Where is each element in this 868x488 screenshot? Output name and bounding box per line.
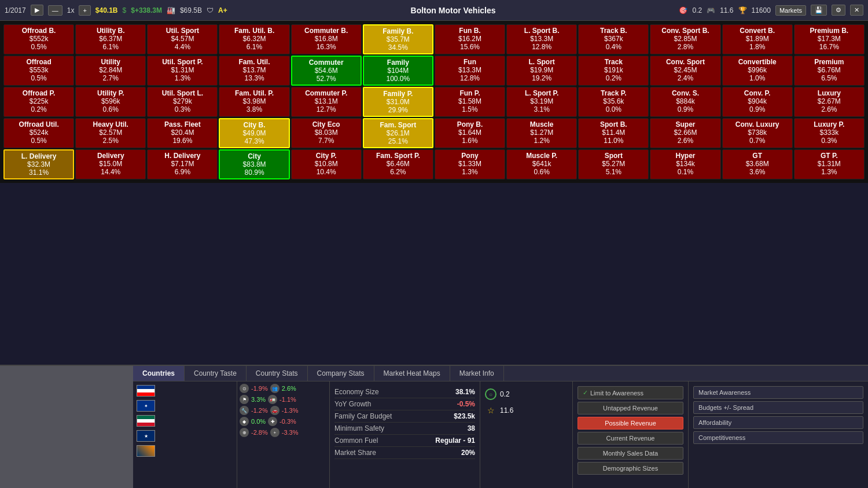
awareness-icon: ○ bbox=[485, 388, 496, 400]
grid-cell[interactable]: Commuter P. $13.1M 12.7% bbox=[291, 87, 362, 117]
cell-revenue: $6.76M bbox=[797, 66, 862, 74]
cell-percentage: 1.3% bbox=[150, 74, 215, 82]
close-button[interactable]: ✕ bbox=[850, 5, 863, 16]
grid-cell[interactable]: Util. Sport $4.57M 4.4% bbox=[147, 24, 218, 54]
cell-segment-name: Utility P. bbox=[78, 89, 143, 97]
grid-cell[interactable]: GT $3.68M 3.6% bbox=[722, 149, 793, 179]
grid-cell[interactable]: Family P. $31.0M 29.9% bbox=[363, 87, 433, 117]
grid-cell[interactable]: Fun B. $16.2M 15.6% bbox=[435, 24, 505, 54]
grid-cell[interactable]: City $83.8M 80.9% bbox=[219, 149, 289, 179]
pause-button[interactable]: — bbox=[48, 5, 62, 16]
info-btn-awareness[interactable]: Market Awareness bbox=[693, 386, 863, 399]
info-btn-competitiveness[interactable]: Competitiveness bbox=[693, 431, 863, 444]
grid-cell[interactable]: Fam. Util. P. $3.98M 3.8% bbox=[219, 87, 289, 117]
grid-cell[interactable]: Luxury $2.67M 2.6% bbox=[794, 87, 865, 117]
heat-btn-monthly-sales[interactable]: Monthly Sales Data bbox=[578, 447, 683, 460]
grid-cell[interactable]: Hyper $134k 0.1% bbox=[650, 149, 720, 179]
tab-country-stats[interactable]: Country Stats bbox=[247, 366, 308, 381]
grid-cell[interactable]: Premium $6.76M 6.5% bbox=[794, 56, 865, 86]
grid-cell[interactable]: Conv. Sport B. $2.85M 2.8% bbox=[650, 24, 720, 54]
grid-cell[interactable]: Muscle $1.27M 1.2% bbox=[506, 118, 577, 148]
grid-cell[interactable]: Luxury P. $333k 0.3% bbox=[794, 118, 865, 148]
grid-cell[interactable]: Muscle P. $641k 0.6% bbox=[506, 149, 577, 179]
grid-cell[interactable]: Conv. Luxury $738k 0.7% bbox=[722, 118, 793, 148]
info-btn-budgets[interactable]: Budgets +/- Spread bbox=[693, 401, 863, 414]
cell-segment-name: Fun bbox=[437, 58, 502, 66]
grid-cell[interactable]: L. Sport B. $13.3M 12.8% bbox=[506, 24, 577, 54]
plus-button[interactable]: + bbox=[79, 5, 90, 16]
country-map-preview bbox=[0, 366, 133, 488]
save-button[interactable]: 💾 bbox=[811, 5, 827, 16]
grid-cell[interactable]: Track $191k 0.2% bbox=[578, 56, 649, 86]
grid-cell[interactable]: Pony $1.33M 1.3% bbox=[435, 149, 505, 179]
tab-market-info[interactable]: Market Info bbox=[450, 366, 504, 381]
grid-cell[interactable]: GT P. $1.31M 1.3% bbox=[794, 149, 865, 179]
grid-cell[interactable]: Utility B. $6.37M 6.1% bbox=[75, 24, 146, 54]
tab-country-taste[interactable]: Country Taste bbox=[185, 366, 247, 381]
grid-cell[interactable]: Convertible $996k 1.0% bbox=[722, 56, 793, 86]
info-btn-affordability[interactable]: Affordability bbox=[693, 416, 863, 429]
grid-cell[interactable]: Pass. Fleet $20.4M 19.6% bbox=[147, 118, 218, 148]
market-table: Offroad B. $552k 0.5% Utility B. $6.37M … bbox=[2, 23, 866, 181]
grid-cell[interactable]: Commuter $54.6M 52.7% bbox=[291, 56, 362, 86]
grid-cell[interactable]: Fam. Util. B. $6.32M 6.1% bbox=[219, 24, 289, 54]
grid-cell[interactable]: Premium B. $17.3M 16.7% bbox=[794, 24, 865, 54]
grid-cell[interactable]: City B. $49.0M 47.3% bbox=[219, 118, 289, 148]
cell-revenue: $54.6M bbox=[295, 67, 358, 75]
tab-market-heat-maps[interactable]: Market Heat Maps bbox=[374, 366, 450, 381]
grid-cell[interactable]: H. Delivery $7.17M 6.9% bbox=[147, 149, 218, 179]
grid-cell[interactable]: Fam. Util. $13.7M 13.3% bbox=[219, 56, 289, 86]
grid-cell[interactable]: Conv. S. $884k 0.9% bbox=[650, 87, 720, 117]
grid-cell[interactable]: Offroad $553k 0.5% bbox=[3, 56, 74, 86]
grid-cell[interactable]: Family $104M 100.0% bbox=[363, 56, 433, 86]
grid-cell[interactable]: Offroad B. $552k 0.5% bbox=[3, 24, 74, 54]
grid-cell[interactable]: L. Sport $19.9M 19.2% bbox=[506, 56, 577, 86]
cell-percentage: 2.7% bbox=[78, 74, 143, 82]
cell-segment-name: Fam. Util. B. bbox=[222, 27, 286, 35]
grid-cell[interactable]: Fun $13.3M 12.8% bbox=[435, 56, 505, 86]
tab-countries[interactable]: Countries bbox=[133, 366, 185, 381]
cell-revenue: $104M bbox=[366, 67, 430, 75]
build-icon: 🔧 bbox=[240, 406, 249, 415]
grid-cell[interactable]: Delivery $15.0M 14.4% bbox=[75, 149, 146, 179]
grid-cell[interactable]: Conv. P. $904k 0.9% bbox=[722, 87, 793, 117]
cell-revenue: $279k bbox=[150, 97, 215, 105]
grid-cell[interactable]: City P. $10.8M 10.4% bbox=[291, 149, 362, 179]
grid-cell[interactable]: Offroad Util. $524k 0.5% bbox=[3, 118, 74, 148]
grid-cell[interactable]: Track P. $35.6k 0.0% bbox=[578, 87, 649, 117]
play-button[interactable]: ▶ bbox=[31, 5, 43, 16]
cell-segment-name: Family B. bbox=[366, 27, 430, 35]
cell-segment-name: Fam. Sport P. bbox=[366, 152, 431, 160]
grid-cell[interactable]: Pony B. $1.64M 1.6% bbox=[435, 118, 505, 148]
grid-cell[interactable]: Utility P. $596k 0.6% bbox=[75, 87, 146, 117]
grid-cell[interactable]: Fam. Sport P. $6.46M 6.2% bbox=[363, 149, 433, 179]
grid-cell[interactable]: L. Sport P. $3.19M 3.1% bbox=[506, 87, 577, 117]
grid-cell[interactable]: Conv. Sport $2.45M 2.4% bbox=[650, 56, 720, 86]
cell-segment-name: Fun B. bbox=[437, 27, 502, 35]
grid-cell[interactable]: L. Delivery $32.3M 31.1% bbox=[3, 149, 74, 179]
grid-cell[interactable]: Fam. Sport $26.1M 25.1% bbox=[363, 118, 433, 148]
grid-cell[interactable]: Sport B. $11.4M 11.0% bbox=[578, 118, 649, 148]
grid-cell[interactable]: Heavy Util. $2.57M 2.5% bbox=[75, 118, 146, 148]
grid-cell[interactable]: Track B. $367k 0.4% bbox=[578, 24, 649, 54]
settings-button[interactable]: ⚙ bbox=[832, 5, 845, 16]
grid-cell[interactable]: Sport $5.27M 5.1% bbox=[578, 149, 649, 179]
grid-cell[interactable]: Util. Sport L. $279k 0.3% bbox=[147, 87, 218, 117]
grid-cell[interactable]: Utility $2.84M 2.7% bbox=[75, 56, 146, 86]
grid-cell[interactable]: Convert B. $1.89M 1.8% bbox=[722, 24, 793, 54]
tab-company-stats[interactable]: Company Stats bbox=[308, 366, 374, 381]
grid-cell[interactable]: Util. Sport P. $1.31M 1.3% bbox=[147, 56, 218, 86]
grid-cell[interactable]: City Eco $8.03M 7.7% bbox=[291, 118, 362, 148]
grid-cell[interactable]: Super $2.66M 2.6% bbox=[650, 118, 720, 148]
grid-cell[interactable]: Family B. $35.7M 34.5% bbox=[363, 24, 433, 54]
grid-cell[interactable]: Fun P. $1.58M 1.5% bbox=[435, 87, 505, 117]
heat-btn-limit-awareness[interactable]: ✓ Limit to Awareness bbox=[578, 386, 683, 399]
grid-cell[interactable]: Commuter B. $16.8M 16.3% bbox=[291, 24, 362, 54]
markets-button[interactable]: Markets bbox=[775, 5, 806, 16]
grid-cell[interactable]: Offroad P. $225k 0.2% bbox=[3, 87, 74, 117]
heat-btn-possible[interactable]: Possible Revenue bbox=[578, 417, 683, 430]
flag-icon: ⚑ bbox=[240, 395, 249, 404]
heat-btn-current[interactable]: Current Revenue bbox=[578, 432, 683, 445]
heat-btn-untapped[interactable]: Untapped Revenue bbox=[578, 402, 683, 414]
heat-btn-demographic[interactable]: Demographic Sizes bbox=[578, 462, 683, 475]
